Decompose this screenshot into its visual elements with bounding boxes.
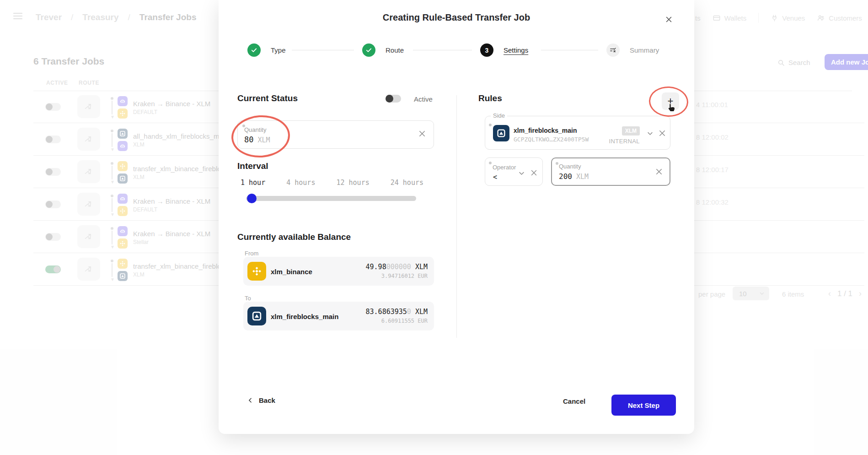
stepper: TypeRoute3SettingsSummary [219, 43, 694, 64]
balance-heading: Currently available Balance [237, 232, 351, 242]
active-toggle[interactable] [386, 95, 401, 103]
operator-value: < [493, 173, 497, 181]
field-dot [489, 124, 492, 126]
rule-quantity-input[interactable]: Quantity 200XLM [551, 157, 670, 186]
step-route[interactable]: Route [362, 43, 404, 57]
step-summary: Summary [606, 43, 659, 57]
create-transfer-job-modal: Creating Rule-Based Transfer Job TypeRou… [219, 0, 694, 434]
binance-icon [247, 262, 266, 281]
interval-heading: Interval [237, 161, 268, 171]
toggle-knob [386, 95, 393, 103]
active-toggle-label: Active [414, 95, 433, 103]
field-dot [489, 162, 492, 164]
clear-side-icon[interactable] [658, 129, 666, 137]
column-divider [456, 95, 457, 338]
rules-heading: Rules [478, 93, 502, 103]
chevron-down-icon[interactable] [647, 130, 654, 137]
rule-operator-select[interactable]: Operator < [485, 157, 543, 186]
modal-title: Creating Rule-Based Transfer Job [219, 12, 694, 23]
from-amount: 49.98000000 XLM [366, 263, 428, 271]
back-button[interactable]: Back [247, 396, 275, 404]
step-connector [541, 50, 598, 50]
interval-option-1-hour[interactable]: 1 hour [241, 179, 265, 187]
asset-badge: XLM [622, 126, 640, 135]
rule-side-select[interactable]: Side xlm_fireblocks_main GCPZQLTKWO…ZX24… [485, 116, 670, 150]
fireblocks-icon [493, 125, 509, 141]
interval-options: 1 hour4 hours12 hours24 hours [241, 179, 423, 187]
chevron-down-icon[interactable] [518, 170, 525, 177]
fireblocks-icon [247, 307, 266, 325]
interval-option-4-hours[interactable]: 4 hours [286, 179, 315, 187]
step-settings[interactable]: 3Settings [480, 43, 528, 57]
step-connector [292, 50, 354, 50]
to-account-name: xlm_fireblocks_main [271, 313, 338, 320]
clear-quantity-icon[interactable] [418, 130, 426, 138]
interval-slider-track[interactable] [246, 196, 416, 201]
chevron-left-icon [247, 397, 253, 403]
step-check-icon [362, 43, 375, 57]
to-fiat-amount: 6.60911555 EUR [381, 318, 428, 324]
interval-option-24-hours[interactable]: 24 hours [391, 179, 423, 187]
step-check-icon [247, 43, 261, 57]
current-status-heading: Current Status [237, 93, 298, 103]
field-dot [556, 162, 558, 165]
from-label: From [245, 250, 258, 257]
rule-quantity-label: Quantity [559, 163, 581, 170]
step-label: Summary [630, 46, 659, 54]
rule-quantity-unit: XLM [576, 173, 589, 181]
summary-step-icon [606, 43, 620, 57]
from-fiat-amount: 3.94716012 EUR [381, 273, 428, 279]
from-balance-card: xlm_binance 49.98000000 XLM 3.94716012 E… [243, 257, 434, 286]
step-label: Route [386, 46, 404, 54]
to-balance-card: xlm_fireblocks_main 83.68639350 XLM 6.60… [243, 302, 434, 330]
from-account-name: xlm_binance [271, 268, 312, 276]
step-label: Type [271, 46, 286, 54]
close-icon[interactable] [662, 13, 675, 26]
side-account-name: xlm_fireblocks_main [514, 127, 577, 134]
interval-option-12-hours[interactable]: 12 hours [336, 179, 369, 187]
step-label: Settings [504, 46, 528, 54]
cursor-pointer-icon [665, 102, 677, 114]
step-number: 3 [480, 43, 493, 57]
to-label: To [245, 295, 251, 302]
interval-slider-handle[interactable] [247, 194, 257, 203]
side-address: GCPZQLTKWO…ZX2400TP5W [514, 136, 589, 143]
step-type[interactable]: Type [247, 43, 286, 57]
rule-quantity-value: 200XLM [559, 172, 589, 181]
side-legend: Side [491, 112, 507, 119]
cancel-button[interactable]: Cancel [563, 397, 585, 405]
operator-label: Operator [493, 164, 516, 171]
step-connector [413, 50, 472, 50]
to-amount: 83.68639350 XLM [366, 308, 428, 316]
next-step-button[interactable]: Next Step [611, 395, 676, 416]
clear-rule-quantity-icon[interactable] [655, 168, 663, 176]
venue-type-label: INTERNAL [609, 138, 640, 145]
clear-operator-icon[interactable] [530, 169, 538, 177]
